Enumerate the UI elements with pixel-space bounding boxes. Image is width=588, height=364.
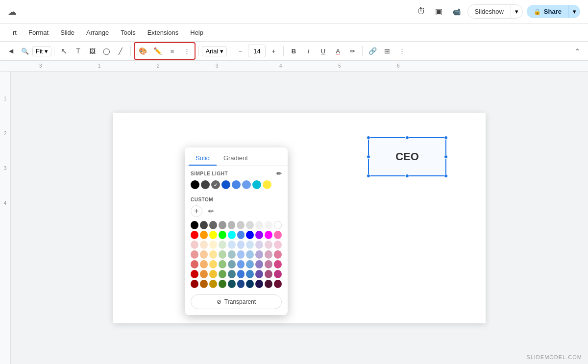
- color-medium-purple[interactable]: [255, 250, 263, 259]
- color-light-purple[interactable]: [255, 241, 263, 249]
- color-strong-yellow[interactable]: [209, 260, 217, 268]
- color-light-cyan[interactable]: [228, 241, 236, 249]
- color-strong-pink[interactable]: [265, 260, 272, 268]
- more-options-button[interactable]: ⋮: [395, 44, 409, 58]
- underline-button[interactable]: U: [316, 44, 330, 58]
- eyedropper-button[interactable]: ✏: [205, 205, 217, 217]
- color-dark-blue-2[interactable]: [246, 270, 254, 278]
- handle-bottom[interactable]: [405, 174, 409, 178]
- share-main-button[interactable]: 🔒 Share: [527, 5, 568, 18]
- color-medium-orange[interactable]: [200, 250, 208, 259]
- color-black[interactable]: [191, 221, 198, 229]
- color-magenta[interactable]: [265, 231, 272, 239]
- color-darkest-orange[interactable]: [200, 280, 208, 288]
- font-family-selector[interactable]: Arial ▾: [202, 46, 227, 56]
- color-darkest-blue-2[interactable]: [246, 280, 254, 288]
- swatch-cyan[interactable]: [252, 180, 261, 189]
- color-green[interactable]: [219, 231, 226, 239]
- tab-solid[interactable]: Solid: [189, 151, 217, 166]
- color-darkest-teal[interactable]: [228, 280, 236, 288]
- line-tool-button[interactable]: ╱: [114, 44, 127, 58]
- camera-button[interactable]: 📹: [450, 5, 464, 19]
- bold-button[interactable]: B: [287, 44, 300, 58]
- collapse-button[interactable]: ⌃: [570, 44, 584, 58]
- insert-comment-button[interactable]: ⊞: [380, 44, 394, 58]
- text-align-right-button[interactable]: ⋮: [180, 44, 194, 58]
- color-light-green[interactable]: [219, 241, 226, 249]
- color-medium-teal[interactable]: [228, 250, 236, 259]
- font-size-decrease-button[interactable]: −: [233, 44, 247, 58]
- swatch-yellow[interactable]: [263, 180, 271, 189]
- highlight-button[interactable]: ✏: [345, 44, 359, 58]
- color-light-yellow[interactable]: [209, 241, 217, 249]
- menu-item-tools[interactable]: Tools: [116, 27, 140, 38]
- color-off-white[interactable]: [265, 221, 272, 229]
- color-dark-yellow[interactable]: [209, 270, 217, 278]
- color-light-red[interactable]: [191, 241, 198, 249]
- menu-item-extensions[interactable]: Extensions: [143, 27, 184, 38]
- color-medium-blue-2[interactable]: [246, 250, 254, 259]
- color-darkest-blue[interactable]: [237, 280, 245, 288]
- tab-gradient[interactable]: Gradient: [217, 151, 255, 166]
- color-medium-red[interactable]: [191, 250, 198, 259]
- history-button[interactable]: ⏱: [415, 5, 428, 19]
- color-medium-blue[interactable]: [237, 250, 245, 259]
- color-orange[interactable]: [200, 231, 208, 239]
- color-blue[interactable]: [237, 231, 245, 239]
- add-custom-color-button[interactable]: +: [191, 205, 202, 217]
- color-medium-yellow[interactable]: [209, 250, 217, 259]
- color-strong-blue[interactable]: [237, 260, 245, 268]
- slideshow-dropdown-button[interactable]: ▾: [511, 5, 522, 18]
- color-darkest-purple[interactable]: [255, 280, 263, 288]
- menu-item-help[interactable]: Help: [185, 27, 208, 38]
- color-light-orange[interactable]: [200, 241, 208, 249]
- menu-item-slide[interactable]: Slide: [55, 27, 79, 38]
- fill-color-button[interactable]: 🎨: [136, 44, 149, 58]
- color-light-blue-2[interactable]: [237, 241, 245, 249]
- chat-button[interactable]: ▣: [432, 5, 446, 19]
- slide-canvas[interactable]: CEO: [113, 113, 486, 323]
- select-tool-button[interactable]: ↖: [57, 44, 71, 58]
- edit-icon[interactable]: ✏: [276, 170, 282, 177]
- color-darkest-green[interactable]: [219, 280, 226, 288]
- color-light-blue-3[interactable]: [246, 241, 254, 249]
- color-darkest-pink-2[interactable]: [274, 280, 282, 288]
- zoom-selector[interactable]: Fit ▾: [32, 46, 51, 56]
- color-light-pink[interactable]: [265, 241, 272, 249]
- link-button[interactable]: 🔗: [366, 44, 379, 58]
- color-dark-teal[interactable]: [228, 270, 236, 278]
- color-light-gray[interactable]: [228, 221, 236, 229]
- color-medium-green[interactable]: [219, 250, 226, 259]
- handle-top-left[interactable]: [367, 136, 370, 140]
- handle-bottom-left[interactable]: [367, 174, 370, 178]
- color-dark-red[interactable]: [191, 270, 198, 278]
- color-cyan[interactable]: [228, 231, 236, 239]
- swatch-blue[interactable]: [221, 180, 230, 189]
- line-color-button[interactable]: ✏️: [150, 44, 164, 58]
- share-dropdown-button[interactable]: ▾: [568, 5, 580, 18]
- color-gray[interactable]: [209, 221, 217, 229]
- text-box[interactable]: CEO: [368, 137, 446, 176]
- toolbar-zoom-out-button[interactable]: 🔍: [18, 44, 32, 58]
- color-pure-blue[interactable]: [246, 231, 254, 239]
- handle-right[interactable]: [444, 155, 448, 159]
- swatch-light-blue[interactable]: [232, 180, 241, 189]
- handle-top-right[interactable]: [444, 136, 448, 140]
- swatch-dark-gray[interactable]: [201, 180, 210, 189]
- color-near-white[interactable]: [255, 221, 263, 229]
- color-dark-blue[interactable]: [237, 270, 245, 278]
- text-color-button[interactable]: A: [331, 44, 344, 58]
- color-strong-pink-2[interactable]: [274, 260, 282, 268]
- color-darkest-red[interactable]: [191, 280, 198, 288]
- color-dark-purple[interactable]: [255, 270, 263, 278]
- color-strong-purple[interactable]: [255, 260, 263, 268]
- swatch-black[interactable]: [191, 180, 199, 189]
- color-dark-orange[interactable]: [200, 270, 208, 278]
- color-very-light-gray[interactable]: [246, 221, 254, 229]
- color-red[interactable]: [191, 231, 198, 239]
- color-strong-orange[interactable]: [200, 260, 208, 268]
- color-violet[interactable]: [255, 231, 263, 239]
- transparent-button[interactable]: ⊘ Transparent: [191, 294, 282, 309]
- swatch-gray[interactable]: ✓: [211, 180, 220, 189]
- color-medium-gray[interactable]: [219, 221, 226, 229]
